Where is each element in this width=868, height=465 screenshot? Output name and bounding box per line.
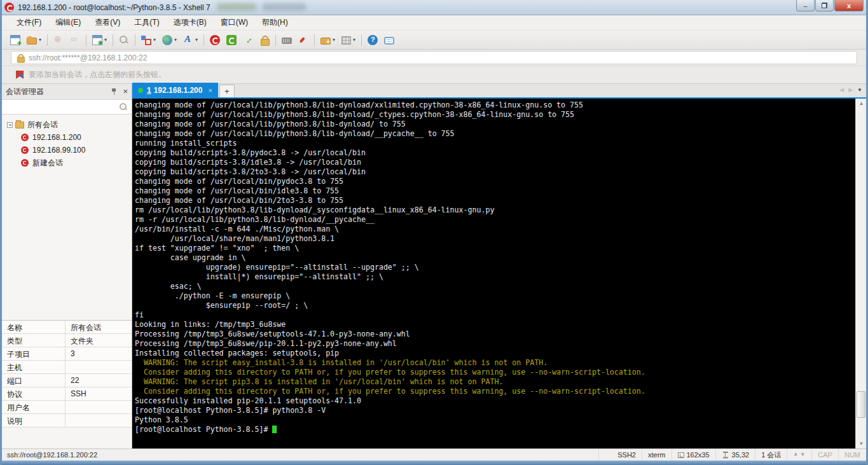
help-button[interactable]	[365, 33, 380, 47]
xshell-button[interactable]	[207, 33, 223, 47]
status-cursor-pos: 35,32	[715, 449, 755, 461]
terminal-output[interactable]: changing mode of /usr/local/lib/python3.…	[132, 99, 855, 448]
property-value	[65, 401, 132, 413]
dropdown-arrow-icon[interactable]: ▾	[174, 37, 177, 43]
dropdown-arrow-icon[interactable]: ▾	[39, 37, 41, 43]
toolbar-separator	[314, 34, 315, 46]
new-session-button[interactable]	[8, 33, 23, 47]
tab-scroll-left-icon[interactable]: ◀	[839, 87, 844, 93]
session-properties-button[interactable]: ▾	[90, 33, 109, 47]
xshell-logo-icon	[4, 3, 14, 12]
terminal-line: running install_scripts	[135, 139, 855, 148]
terminal-line: copying build/scripts-3.8/idle3.8 -> /us…	[135, 158, 855, 167]
web-icon	[162, 35, 172, 45]
scroll-down-icon[interactable]: ▼	[856, 439, 867, 448]
address-field[interactable]: ssh://root:******@192.168.1.200:22	[11, 51, 857, 64]
session-manager-header: 会话管理器 ×	[2, 84, 132, 100]
menu-file[interactable]: 文件(F)	[10, 15, 48, 30]
session-search	[2, 100, 132, 115]
keyboard-button[interactable]	[279, 34, 294, 46]
toolbar-separator	[135, 34, 135, 46]
terminal-line: Processing /tmp/tmp3_6u8swe/setuptools-4…	[135, 330, 855, 339]
property-value: 所有会话	[65, 321, 132, 333]
menu-view[interactable]: 查看(V)	[88, 15, 127, 30]
property-label: 说明	[2, 414, 65, 427]
minimize-button[interactable]: –	[796, 0, 815, 11]
open-session-button[interactable]: ▾	[24, 34, 44, 46]
menu-tabs[interactable]: 选项卡(B)	[167, 15, 214, 30]
scrollbar-thumb[interactable]	[857, 391, 865, 418]
status-label: 1 会话	[761, 450, 781, 460]
tab-list-dropdown-icon[interactable]: ▼	[857, 87, 862, 93]
help-icon	[368, 35, 378, 45]
terminal-line: Looking in links: /tmp/tmp3_6u8swe	[135, 320, 855, 330]
caret-icon	[722, 451, 729, 459]
property-label: 类型	[2, 334, 65, 347]
property-value	[65, 361, 132, 373]
status-num-indicator: NUM	[838, 449, 866, 461]
reconnect-chain-icon	[70, 35, 80, 45]
new-file-button[interactable]: ▾	[318, 34, 338, 46]
find-icon	[119, 35, 129, 45]
panel-close-icon[interactable]: ×	[123, 88, 128, 95]
tree-root-all-sessions[interactable]: 所有会话	[2, 118, 132, 131]
highlight-button[interactable]	[296, 33, 311, 47]
dropdown-arrow-icon[interactable]: ▾	[153, 37, 156, 43]
property-row: 名称所有会话	[2, 321, 132, 334]
layout-grid-button[interactable]: ▾	[339, 34, 358, 46]
session-properties-icon	[92, 35, 102, 45]
session-search-input[interactable]	[6, 102, 119, 111]
lock-icon	[259, 35, 270, 45]
session-item[interactable]: 192.168.99.100	[2, 144, 132, 156]
dropdown-arrow-icon[interactable]: ▾	[333, 37, 335, 43]
menu-edit[interactable]: 编辑(E)	[48, 15, 88, 30]
status-label: SSH2	[617, 451, 636, 459]
dropdown-arrow-icon[interactable]: ▾	[104, 37, 107, 43]
terminal-line: changing mode of /usr/local/bin/idle3.8 …	[135, 186, 855, 196]
xftp-button[interactable]	[224, 33, 239, 47]
pin-icon[interactable]	[110, 88, 118, 95]
tab-close-icon[interactable]: ×	[208, 87, 212, 94]
tab-bar: 1 192.168.1.200 × + ◀ ▶ ▼	[132, 84, 866, 99]
compose-icon	[141, 35, 151, 45]
restore-icon	[822, 3, 827, 8]
terminal-line: esac; \	[135, 282, 855, 291]
search-icon[interactable]	[119, 102, 128, 111]
dropdown-arrow-icon[interactable]: ▾	[195, 37, 198, 43]
web-button[interactable]: ▾	[160, 33, 179, 47]
terminal-line: /usr/local/share/man/man1/python3.8.1	[135, 234, 855, 244]
session-label: 192.168.1.200	[32, 133, 81, 142]
session-manager-title: 会话管理器	[6, 87, 110, 97]
new-tab-button[interactable]: +	[219, 85, 235, 97]
tab-scroll-right-icon[interactable]: ▶	[848, 87, 853, 93]
terminal-line: changing mode of /usr/local/lib/python3.…	[135, 129, 855, 139]
restore-button[interactable]	[815, 0, 834, 11]
bookmark-icon[interactable]	[16, 71, 24, 79]
menu-window[interactable]: 窗口(W)	[214, 15, 255, 30]
status-label: NUM	[844, 451, 860, 459]
terminal-scrollbar[interactable]: ▲ ▼	[855, 99, 866, 448]
terminal-line: copying build/scripts-3.8/pydoc3.8 -> /u…	[135, 148, 855, 158]
tree-expander-icon[interactable]	[7, 122, 13, 128]
reconnect-chain-button	[67, 33, 83, 47]
property-row: 用户名	[2, 401, 132, 414]
scroll-up-icon[interactable]: ▲	[856, 99, 867, 108]
feedback-button[interactable]	[382, 34, 397, 46]
close-button[interactable]: x	[834, 0, 864, 11]
property-label: 用户名	[2, 401, 65, 413]
font-button[interactable]: ▾	[181, 33, 200, 47]
compose-button[interactable]: ▾	[139, 33, 158, 47]
find-button[interactable]	[116, 33, 132, 47]
status-bar: ssh://root@192.168.1.200:22 SSH2xterm162…	[2, 448, 866, 461]
dropdown-arrow-icon[interactable]: ▾	[353, 37, 355, 43]
lock-button[interactable]	[257, 33, 272, 47]
tab-192-168-1-200[interactable]: 1 192.168.1.200 ×	[132, 83, 218, 97]
menu-tools[interactable]: 工具(T)	[127, 15, 166, 30]
session-item[interactable]: 192.168.1.200	[2, 131, 132, 144]
lock-icon	[607, 452, 614, 459]
menu-help[interactable]: 帮助(H)	[255, 15, 295, 30]
fullscreen-button[interactable]	[240, 33, 256, 47]
session-item[interactable]: 新建会话	[2, 156, 132, 169]
terminal-line: fi	[135, 310, 855, 320]
terminal-line: Processing /tmp/tmp3_6u8swe/pip-20.1.1-p…	[135, 339, 855, 349]
